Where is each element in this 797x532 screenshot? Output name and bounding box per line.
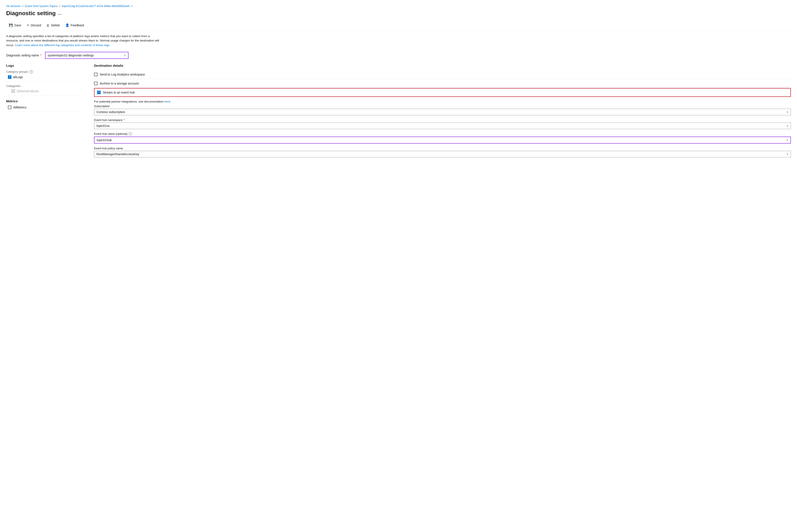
subscription-chevron-icon: ∨ [786,111,789,114]
toolbar: 💾 Save ✕ Discard 🗑 Delete 👤 Feedback [6,20,791,31]
logs-section: Logs Category groups i allLogs Categorie… [6,64,81,96]
event-hub-namespace-label: Event hub namespace * [94,118,791,122]
subscription-label: Subscription [94,104,791,108]
partner-link[interactable]: here [164,100,170,103]
event-hub-name-label: Event hub name (optional) i [94,132,791,136]
allmetrics-row: AllMetrics [8,106,81,109]
save-button[interactable]: 💾 Save [6,22,24,28]
metrics-title: Metrics [6,99,81,103]
event-hub-name-info-icon[interactable]: i [129,132,132,136]
storage-account-checkbox[interactable] [94,82,97,85]
subscription-field: Subscription Contoso subscription ∨ [94,104,791,115]
alllogs-row: allLogs [8,75,81,79]
event-hub-namespace-chevron-icon: ∨ [786,124,789,127]
storage-account-label: Archive to a storage account [100,82,138,85]
log-analytics-checkbox[interactable] [94,73,97,76]
event-hub-namespace-dropdown[interactable]: topic01ns ∨ [94,122,791,129]
breadcrumb-topic[interactable]: topic01stg-811a624a-8a77-437e-89de-dfeb5… [62,4,130,8]
event-hub-namespace-field: Event hub namespace * topic01ns ∨ [94,118,791,129]
breadcrumb: All services > Event Grid System Topics … [6,4,791,8]
delivery-failures-label: DeliveryFailures [17,89,39,93]
breadcrumb-event-grid[interactable]: Event Grid System Topics [25,4,58,8]
diagnostic-name-row: Diagnostic setting name * systemtopic01-… [6,52,791,59]
allmetrics-checkbox[interactable] [8,106,12,109]
stream-event-hub-section: Stream to an event hub [94,88,791,97]
left-panel: Logs Category groups i allLogs Categorie… [6,64,81,160]
breadcrumb-all-services[interactable]: All services [6,4,21,8]
allmetrics-label: AllMetrics [13,106,26,109]
more-options-icon[interactable]: ... [58,11,61,16]
log-analytics-row: Send to Log Analytics workspace [94,70,791,79]
alllogs-checkbox[interactable] [8,75,12,79]
save-icon: 💾 [9,23,13,27]
category-groups-info-icon[interactable]: i [30,70,33,74]
delete-button[interactable]: 🗑 Delete [44,22,62,28]
page-title-row: Diagnostic setting ... [6,10,791,17]
alllogs-label: allLogs [13,75,23,79]
discard-icon: ✕ [26,23,30,27]
diagnostic-name-input[interactable]: systemtopic01-diagnostic-settings ∨ [45,52,129,59]
dropdown-chevron-icon: ∨ [124,54,126,57]
log-analytics-label: Send to Log Analytics workspace [100,73,145,76]
subscription-dropdown[interactable]: Contoso subscription ∨ [94,109,791,115]
logs-title: Logs [6,64,81,68]
logs-divider [6,81,81,82]
feedback-icon: 👤 [65,23,70,27]
description-text: A diagnostic setting specifies a list of… [6,34,160,48]
categories-label: Categories [6,84,81,88]
metrics-divider [6,112,81,112]
event-hub-policy-chevron-icon: ∨ [786,153,789,156]
category-groups-label: Category groups i [6,70,81,74]
storage-account-row: Archive to a storage account [94,79,791,88]
learn-more-link[interactable]: Learn more about the different log categ… [15,43,110,47]
delete-icon: 🗑 [47,23,50,27]
event-hub-name-field: Event hub name (optional) i topic01hub ∨ [94,132,791,144]
stream-event-hub-label: Stream to an event hub [103,91,135,94]
event-hub-policy-field: Event hub policy name RootManageSharedAc… [94,147,791,157]
diagnostic-name-label: Diagnostic setting name * [6,54,41,57]
delivery-failures-checkbox[interactable] [12,89,15,93]
metrics-section: Metrics AllMetrics [6,99,81,112]
right-panel: Destination details Send to Log Analytic… [94,64,791,160]
main-content: Logs Category groups i allLogs Categorie… [6,64,791,160]
event-hub-name-chevron-icon: ∨ [786,138,788,141]
delivery-failures-row: DeliveryFailures [12,89,81,93]
page-title: Diagnostic setting [6,10,56,17]
stream-event-hub-checkbox[interactable] [97,91,100,94]
feedback-button[interactable]: 👤 Feedback [62,22,87,28]
event-hub-name-dropdown[interactable]: topic01hub ∨ [94,137,791,144]
stream-event-hub-header: Stream to an event hub [94,89,791,96]
event-hub-policy-label: Event hub policy name [94,147,791,150]
event-hub-policy-dropdown[interactable]: RootManageSharedAccessKey ∨ [94,151,791,157]
destination-title: Destination details [94,64,791,68]
discard-button[interactable]: ✕ Discard [24,22,44,28]
partner-info: For potential partner integrations, see … [94,98,791,104]
